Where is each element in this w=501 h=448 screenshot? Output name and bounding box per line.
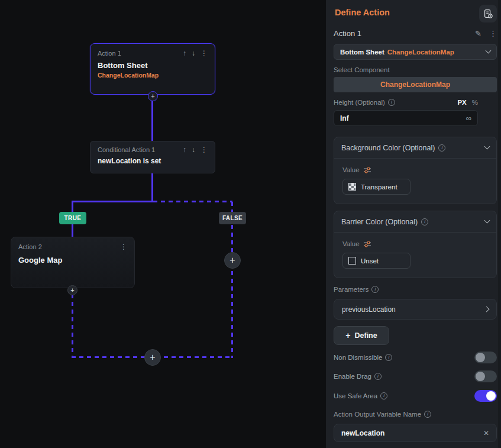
info-icon[interactable]: i xyxy=(421,218,428,225)
component-select-field[interactable]: ChangeLocationMap xyxy=(334,77,497,92)
enable-drag-toggle[interactable] xyxy=(474,370,497,382)
define-label: Define xyxy=(354,331,377,340)
connector-false-branch xyxy=(153,201,232,202)
add-action-false-branch-button[interactable]: + xyxy=(224,252,241,269)
node-conditional-action-1[interactable]: Conditional Action 1 ↑ ↓ ⋮ newLocation i… xyxy=(90,141,215,173)
use-safe-area-row: Use Safe Area i xyxy=(334,390,497,402)
select-component-label: Select Component xyxy=(334,66,390,73)
node-subtitle: ChangeLocationMap xyxy=(98,72,208,79)
set-from-variable-icon[interactable] xyxy=(363,241,371,247)
connector-solid xyxy=(151,173,153,202)
add-action-button[interactable]: + xyxy=(148,91,158,101)
enable-drag-label: Enable Drag xyxy=(334,373,371,380)
value-row: Value xyxy=(342,166,489,173)
section-title: Background Color (Optional) xyxy=(341,144,435,152)
height-label-row: Height (Optional) i PX % xyxy=(334,99,478,106)
infinity-icon[interactable]: ∞ xyxy=(466,114,471,123)
height-input[interactable]: Inf ∞ xyxy=(334,110,478,126)
move-down-icon[interactable]: ↓ xyxy=(192,146,195,153)
value-row: Value xyxy=(342,240,489,247)
false-branch-badge: FALSE xyxy=(219,212,246,224)
add-action-merge-button[interactable]: + xyxy=(144,349,161,366)
height-label: Height (Optional) xyxy=(334,99,385,106)
info-icon[interactable]: i xyxy=(438,144,445,152)
move-up-icon[interactable]: ↑ xyxy=(183,146,186,153)
component-name-text: ChangeLocationMap xyxy=(380,80,450,89)
background-color-header[interactable]: Background Color (Optional) i xyxy=(334,137,496,159)
flow-canvas[interactable]: Action 1 ↑ ↓ ⋮ Bottom Sheet ChangeLocati… xyxy=(0,0,326,448)
barrier-color-section: Barrier Color (Optional) i Value Unset xyxy=(334,211,497,278)
action-header-label: Action 1 xyxy=(334,29,475,38)
parameters-label: Parameters xyxy=(334,286,369,293)
action-output-variable-input[interactable]: newLocation ✕ xyxy=(334,424,497,442)
info-icon[interactable]: i xyxy=(424,411,431,418)
color-swatch xyxy=(348,183,356,191)
info-icon[interactable]: i xyxy=(380,392,387,399)
parameters-label-row: Parameters i xyxy=(334,286,379,293)
parameter-previous-location[interactable]: previousLocation xyxy=(334,299,497,320)
color-value-text: Unset xyxy=(361,257,379,265)
node-label: Conditional Action 1 xyxy=(98,146,177,153)
barrier-color-value-field[interactable]: Unset xyxy=(342,253,411,269)
color-swatch xyxy=(348,257,356,265)
kebab-menu-icon[interactable]: ⋮ xyxy=(489,30,497,37)
set-from-variable-icon[interactable] xyxy=(363,167,371,173)
node-action-1[interactable]: Action 1 ↑ ↓ ⋮ Bottom Sheet ChangeLocati… xyxy=(90,43,215,95)
node-label: Action 2 xyxy=(18,243,115,250)
move-up-icon[interactable]: ↑ xyxy=(183,50,186,57)
edit-icon[interactable]: ✎ xyxy=(475,30,481,37)
parameter-name: previousLocation xyxy=(342,305,484,314)
move-down-icon[interactable]: ↓ xyxy=(192,50,195,57)
toggle-knob xyxy=(476,353,485,362)
node-label: Action 1 xyxy=(98,50,177,57)
app-root: Action 1 ↑ ↓ ⋮ Bottom Sheet ChangeLocati… xyxy=(0,0,501,448)
connector-dashed xyxy=(72,294,73,357)
info-icon[interactable]: i xyxy=(374,373,382,380)
non-dismissible-toggle[interactable] xyxy=(474,352,497,363)
toggle-knob xyxy=(476,372,485,381)
true-branch-badge: TRUE xyxy=(59,212,86,224)
info-icon[interactable]: i xyxy=(371,286,379,293)
kebab-menu-icon[interactable]: ⋮ xyxy=(201,146,208,153)
panel-title: Define Action xyxy=(335,8,390,17)
enable-drag-row: Enable Drag i xyxy=(334,370,497,382)
clear-icon[interactable]: ✕ xyxy=(483,429,489,437)
non-dismissible-row: Non Dismissible i xyxy=(334,352,497,363)
add-action-button[interactable]: + xyxy=(67,285,77,295)
output-variable-label-row: Action Output Variable Name i xyxy=(334,411,431,418)
node-title: Google Map xyxy=(18,256,127,265)
toggle-knob xyxy=(486,391,496,401)
action-list-icon xyxy=(483,9,493,18)
action-list-button[interactable] xyxy=(479,5,497,22)
node-title: Bottom Sheet xyxy=(98,61,208,70)
chevron-down-icon xyxy=(486,48,492,54)
value-label: Value xyxy=(342,240,360,247)
action-type-text: Bottom Sheet xyxy=(340,49,384,56)
background-color-section: Background Color (Optional) i Value Tran… xyxy=(334,137,497,204)
chevron-down-icon xyxy=(484,144,490,150)
panel-scrollbar[interactable] xyxy=(498,0,501,448)
chevron-down-icon xyxy=(484,218,490,224)
output-variable-value: newLocation xyxy=(341,429,483,437)
info-icon[interactable]: i xyxy=(385,354,392,361)
connector-solid xyxy=(72,201,153,202)
unit-percent-button[interactable]: % xyxy=(472,99,478,106)
connector-false-branch xyxy=(231,202,233,358)
kebab-menu-icon[interactable]: ⋮ xyxy=(120,243,127,250)
action-header-row: Action 1 ✎ ⋮ xyxy=(334,29,497,38)
barrier-color-header[interactable]: Barrier Color (Optional) i xyxy=(334,211,496,233)
node-action-2[interactable]: Action 2 ⋮ Google Map xyxy=(11,237,135,288)
background-color-value-field[interactable]: Transparent xyxy=(342,179,411,195)
plus-icon: + xyxy=(345,331,350,340)
kebab-menu-icon[interactable]: ⋮ xyxy=(201,50,208,57)
node-title: newLocation is set xyxy=(98,157,208,165)
non-dismissible-label: Non Dismissible xyxy=(334,354,382,361)
define-button[interactable]: + Define xyxy=(334,326,389,345)
value-label: Value xyxy=(342,166,360,173)
info-icon[interactable]: i xyxy=(388,99,395,106)
action-type-dropdown[interactable]: Bottom Sheet ChangeLocationMap xyxy=(334,44,497,60)
define-action-panel: Define Action Action 1 ✎ ⋮ Bottom Sheet … xyxy=(326,0,501,448)
use-safe-area-toggle[interactable] xyxy=(474,390,497,402)
unit-px-button[interactable]: PX xyxy=(457,99,466,106)
color-value-text: Transparent xyxy=(361,183,397,191)
